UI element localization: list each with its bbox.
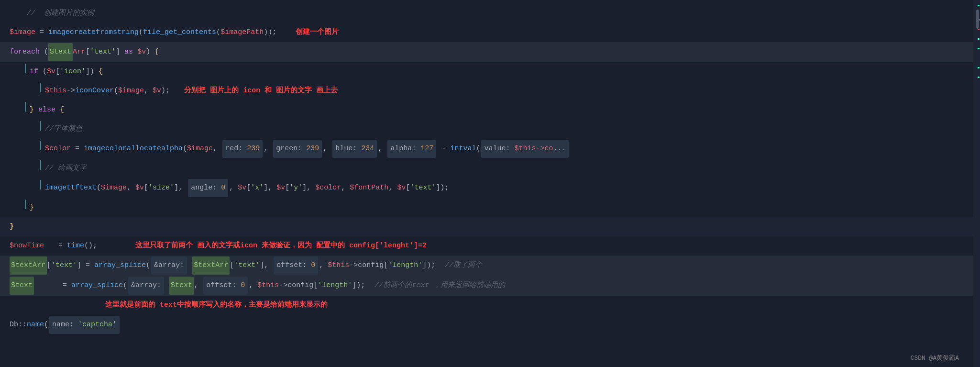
scrollbar[interactable]: [973, 0, 980, 367]
line-15: $text = array_splice ( &array: $text , o…: [0, 276, 973, 296]
line-4: if ( $v [ 'icon' ]) {: [0, 62, 973, 81]
line-7: //字体颜色: [0, 120, 973, 139]
line-13: $nowTime = time (); 这里只取了前两个 画入的文字或icon …: [0, 236, 973, 256]
line-14: $textArr [ 'text' ] = array_splice ( &ar…: [0, 256, 973, 276]
line-1: // 创建图片的实例: [0, 4, 973, 23]
line-11: }: [0, 198, 973, 217]
scrollbar-track[interactable]: [973, 0, 980, 367]
line-9: // 绘画文字: [0, 159, 973, 178]
line-2: $image = imagecreatefromstring ( file_ge…: [0, 23, 973, 42]
line-16: 这里就是前面的 text中按顺序写入的名称，主要是给前端用来显示的: [0, 296, 973, 315]
line-10: imagettftext ( $image , $v [ 'size' ], a…: [0, 178, 973, 198]
scrollbar-thumb[interactable]: [976, 10, 979, 29]
line-12: }: [0, 217, 973, 236]
line-5: $this -> iconCover ( $image , $v ); 分别把 …: [0, 81, 973, 100]
watermark: CSDN @A黄俊霸A: [911, 354, 959, 362]
line-17: Db:: name ( name: 'captcha': [0, 315, 973, 335]
line-8: $color = imagecolorallocatealpha ( $imag…: [0, 139, 973, 159]
code-editor: // 创建图片的实例 $image = imagecreatefromstrin…: [0, 0, 980, 367]
line-3: foreach ( $text Arr [ 'text' ] as $v ) {: [0, 42, 973, 62]
code-area[interactable]: // 创建图片的实例 $image = imagecreatefromstrin…: [0, 0, 973, 367]
line-6: } else {: [0, 100, 973, 120]
